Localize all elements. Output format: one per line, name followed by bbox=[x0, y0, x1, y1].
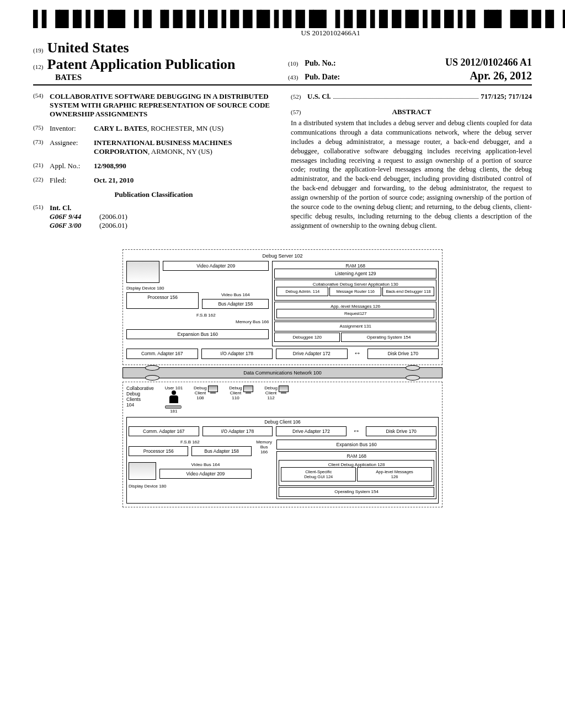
barcode-text: US 20120102466A1 bbox=[33, 29, 565, 38]
assignee-label: Assignee: bbox=[50, 138, 94, 156]
io-adapter-box-2: I/O Adapter 178 bbox=[202, 426, 273, 436]
pub-no: US 2012/0102466 A1 bbox=[445, 57, 532, 68]
barcode-region: ▌▌▐█▐▌▌█▐█▌▐▐▌▐▌█▐▌▌█▐▐▌█▐█▐▐▌█▐█▌▐▐▌█▐▐… bbox=[33, 11, 532, 38]
assignee-value: INTERNATIONAL BUSINESS MACHINES CORPORAT… bbox=[94, 138, 274, 156]
left-column: (54) COLLABORATIVE SOFTWARE DEBUGGING IN… bbox=[33, 92, 274, 235]
author-name: BATES bbox=[33, 73, 277, 82]
drive-adapter-box: Drive Adapter 172 bbox=[276, 349, 348, 358]
int-cl-label: Int. Cl. bbox=[50, 204, 274, 212]
video-bus-label: Video Bus 164 bbox=[202, 292, 269, 297]
display-device-box bbox=[126, 261, 159, 283]
video-bus-label-2: Video Bus 164 bbox=[159, 462, 252, 467]
display-device-label: Display Device 180 bbox=[126, 286, 269, 291]
memory-bus-label-2: Memory Bus 166 bbox=[255, 440, 273, 499]
code-21: (21) bbox=[33, 162, 50, 170]
pub-no-label: Pub. No.: bbox=[305, 59, 335, 68]
backend-box: Back-end Debugger 118 bbox=[382, 287, 434, 296]
pub-date: Apr. 26, 2012 bbox=[470, 69, 532, 82]
int-cl-1: G06F 9/44 bbox=[50, 212, 99, 221]
pub-class-header: Publication Classification bbox=[33, 190, 274, 199]
bus-adapter-box: Bus Adapter 158 bbox=[202, 299, 269, 309]
monitor-icon bbox=[279, 386, 289, 394]
code-52: (52) bbox=[291, 93, 307, 100]
us-cl-label: U.S. Cl. bbox=[307, 92, 331, 101]
collab-clients-label: Collaborative Debug Clients 104 bbox=[126, 386, 154, 408]
pub-date-label: Pub. Date: bbox=[305, 73, 340, 82]
code-57: (57) bbox=[291, 109, 307, 115]
right-column: (52) U.S. Cl. 717/125; 717/124 (57) ABST… bbox=[291, 92, 532, 235]
code-51: (51) bbox=[33, 204, 50, 230]
code-10: (10) bbox=[288, 60, 298, 67]
memory-bus-label: Memory Bus 166 bbox=[126, 319, 269, 324]
figure-area: Debug Server 102 Video Adapter 209 Displ… bbox=[33, 249, 532, 510]
appl-no: 12/908,990 bbox=[94, 162, 274, 170]
header: (19) United States (12) Patent Applicati… bbox=[33, 40, 532, 85]
debug-client-box: Debug Client 106 Comm. Adapter 167 I/O A… bbox=[126, 417, 439, 504]
disk-drive-box-2: Disk Drive 170 bbox=[366, 426, 436, 436]
listening-agent-box: Listening Agent 129 bbox=[274, 269, 436, 279]
code-22: (22) bbox=[33, 176, 50, 185]
app-msgs-box: App.-level Messages 126 Request127 bbox=[274, 302, 436, 320]
collab-app-box: Collaborative Debug Server Application 1… bbox=[274, 280, 436, 301]
request-box: Request127 bbox=[276, 309, 434, 318]
os-box: Operating System 154 bbox=[341, 333, 436, 342]
display-device-label-2: Display Device 180 bbox=[129, 484, 252, 489]
ram-box-2: RAM 168 Client Debug Application 128 Cli… bbox=[276, 451, 436, 499]
comm-adapter-box-2: Comm. Adapter 167 bbox=[129, 426, 199, 436]
ram-box: RAM 168 Listening Agent 129 Collaborativ… bbox=[272, 261, 439, 346]
country: United States bbox=[47, 40, 129, 56]
video-adapter-box: Video Adapter 209 bbox=[163, 261, 269, 271]
assignment-box: Assignment 131 bbox=[274, 322, 436, 331]
code-43: (43) bbox=[288, 74, 298, 81]
client-app-box: Client Debug Application 128 Client-Spec… bbox=[279, 460, 434, 486]
int-cl-1-ver: (2006.01) bbox=[99, 212, 127, 221]
us-cl-value: 717/125; 717/124 bbox=[481, 92, 532, 101]
display-device-box-2 bbox=[129, 462, 156, 480]
msg-router-box: Message Router 116 bbox=[329, 287, 381, 296]
inventor-label: Inventor: bbox=[50, 124, 94, 133]
client-msgs-box: App-level Messages 126 bbox=[357, 467, 432, 481]
io-adapter-box: I/O Adapter 178 bbox=[201, 349, 273, 358]
code-73: (73) bbox=[33, 138, 50, 156]
abstract-label: ABSTRACT bbox=[309, 108, 514, 116]
code-54: (54) bbox=[33, 92, 50, 119]
os-box-2: Operating System 154 bbox=[279, 487, 434, 497]
comm-adapter-box: Comm. Adapter 167 bbox=[126, 349, 198, 358]
user-icon bbox=[167, 390, 180, 403]
invention-title: COLLABORATIVE SOFTWARE DEBUGGING IN A DI… bbox=[50, 92, 274, 119]
debug-admin-box: Debug Admin. 114 bbox=[276, 287, 328, 296]
dc108-label: Debug Client 108 bbox=[194, 386, 207, 400]
client-gui-box: Client-Specific Debug GUI 124 bbox=[281, 467, 356, 481]
debug-server-label: Debug Server 102 bbox=[126, 253, 439, 259]
drive-adapter-box-2: Drive Adapter 172 bbox=[276, 426, 347, 436]
code-19: (19) bbox=[33, 47, 43, 53]
filed-label: Filed: bbox=[50, 176, 94, 185]
processor-box: Processor 156 bbox=[126, 292, 199, 309]
fsb-label-2: F.S.B 162 bbox=[129, 440, 252, 445]
barcode: ▌▌▐█▐▌▌█▐█▌▐▐▌▐▌█▐▌▌█▐▐▌█▐█▐▐▌█▐█▌▐▐▌█▐▐… bbox=[33, 11, 565, 38]
abstract-text: In a distributed system that includes a … bbox=[291, 119, 532, 231]
code-75: (75) bbox=[33, 124, 50, 133]
biblio-columns: (54) COLLABORATIVE SOFTWARE DEBUGGING IN… bbox=[33, 92, 532, 235]
publication-type: Patent Application Publication bbox=[47, 56, 236, 72]
int-cl-2-ver: (2006.01) bbox=[99, 221, 127, 230]
fsb-label: F.S.B 162 bbox=[143, 313, 269, 318]
inventor-value: CARY L. BATES, ROCHESTER, MN (US) bbox=[94, 124, 274, 133]
monitor-icon bbox=[243, 386, 253, 394]
user-label: User 101 bbox=[165, 386, 183, 390]
expansion-bus-box: Expansion Bus 160 bbox=[126, 329, 269, 339]
appl-label: Appl. No.: bbox=[50, 162, 94, 170]
bus-adapter-box-2: Bus Adapter 158 bbox=[191, 446, 251, 456]
debuggee-box: Debuggee 120 bbox=[274, 333, 340, 342]
dc110-label: Debug Client 110 bbox=[229, 386, 242, 400]
system-diagram: Debug Server 102 Video Adapter 209 Displ… bbox=[122, 249, 443, 510]
clients-section: Collaborative Debug Clients 104 User 101… bbox=[122, 382, 443, 507]
expansion-bus-box-2: Expansion Bus 160 bbox=[276, 440, 436, 449]
dotted-leader bbox=[333, 93, 479, 99]
barcode-bars: ▌▌▐█▐▌▌█▐█▌▐▐▌▐▌█▐▌▌█▐▐▌█▐█▐▐▌█▐█▌▐▐▌█▐▐… bbox=[33, 11, 565, 28]
n181-label: 181 bbox=[165, 409, 183, 414]
processor-box-2: Processor 156 bbox=[129, 446, 188, 456]
disk-drive-box: Disk Drive 170 bbox=[367, 349, 439, 358]
int-cl-2: G06F 3/00 bbox=[50, 221, 99, 230]
code-12: (12) bbox=[33, 63, 43, 70]
